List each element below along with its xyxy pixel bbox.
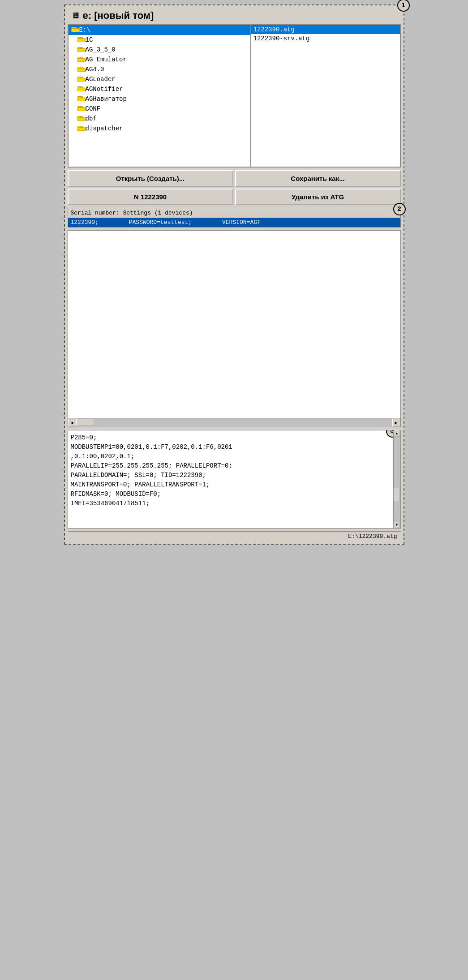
folder-label: dbf	[86, 115, 97, 122]
main-window: 🖥 e: [новый том] 1 E:\	[64, 4, 404, 545]
file-pane[interactable]: 1222390.atg 1222390-srv.atg	[251, 25, 400, 167]
svg-rect-22	[77, 98, 86, 101]
save-button[interactable]: Сохранить как...	[235, 170, 401, 187]
code-line: IMEI=353469041718511;	[71, 499, 389, 508]
folder-item[interactable]: AGLoader	[69, 74, 250, 84]
folder-item[interactable]: AG4.0	[69, 64, 250, 74]
file-label: 1222390.atg	[253, 26, 295, 33]
folder-label: AGНавигатор	[86, 95, 127, 103]
svg-rect-29	[81, 116, 82, 118]
folder-icon	[77, 65, 86, 73]
monitor-icon: 🖥	[71, 11, 79, 21]
file-item-selected[interactable]: 1222390.atg	[251, 25, 400, 34]
svg-rect-8	[81, 47, 82, 49]
serial-id: 1222390;	[71, 219, 99, 226]
folder-icon-root	[71, 26, 79, 34]
serial-row[interactable]: 1222390; PASSWORD=testtest; VERSION=AGT	[68, 218, 400, 227]
vscrollbar-track[interactable]	[394, 437, 400, 522]
folder-item[interactable]: dispatcher	[69, 124, 250, 133]
svg-rect-31	[77, 127, 86, 131]
serial-password: PASSWORD=testtest;	[129, 219, 192, 226]
svg-rect-20	[81, 87, 82, 88]
scrollbar-thumb[interactable]	[76, 419, 94, 426]
badge-1: 1	[397, 0, 410, 12]
folder-label-root: E:\	[79, 26, 90, 34]
folder-label: AG_Emulator	[86, 56, 127, 63]
scroll-up-button[interactable]: ▲	[394, 430, 400, 437]
badge-2: 2	[393, 203, 406, 215]
svg-rect-19	[77, 88, 86, 91]
vscrollbar-thumb[interactable]	[394, 488, 400, 501]
svg-rect-17	[81, 77, 82, 78]
folder-item[interactable]: AGНавигатор	[69, 94, 250, 104]
folder-label: AG4.0	[86, 66, 104, 73]
code-content: P285=0; MODBUSTEMP1=00,0201,0.1:F7,0202,…	[71, 433, 398, 508]
code-line: MODBUSTEMP1=00,0201,0.1:F7,0202,0.1:F6,0…	[71, 443, 389, 452]
status-bar: E:\1222390.atg	[68, 531, 401, 541]
scroll-right-button[interactable]: ▶	[392, 419, 400, 427]
code-line: PARALLELIP=255.255.255.255; PARALLELPORT…	[71, 461, 389, 471]
svg-rect-26	[81, 107, 82, 108]
folder-pane[interactable]: E:\ 1C	[69, 25, 251, 167]
file-item[interactable]: 1222390-srv.atg	[251, 34, 400, 43]
svg-rect-10	[77, 58, 86, 62]
scroll-left-button[interactable]: ◀	[68, 419, 76, 427]
svg-rect-13	[77, 68, 86, 72]
folder-icon	[77, 75, 86, 83]
serial-section: 2 Serial number: Settings (1 devices) 12…	[68, 208, 401, 228]
title-bar: 🖥 e: [новый том] 1	[68, 8, 401, 24]
folder-item[interactable]: CONF	[69, 104, 250, 114]
folder-item[interactable]: AG_3_5_0	[69, 45, 250, 55]
buttons-row-2: N 1222390 Удалить из ATG	[68, 189, 401, 205]
delete-button[interactable]: Удалить из ATG	[235, 189, 401, 205]
svg-rect-7	[77, 48, 86, 52]
folder-label: AGNotifier	[86, 86, 123, 93]
folder-item[interactable]: AG_Emulator	[69, 55, 250, 64]
code-line: RFIDMASK=0; MODBUSID=F0;	[71, 490, 389, 499]
status-text: E:\1222390.atg	[348, 533, 397, 540]
file-browser: E:\ 1C	[68, 24, 401, 168]
folder-label: 1C	[86, 36, 93, 43]
svg-rect-23	[81, 97, 82, 98]
svg-rect-11	[81, 57, 82, 59]
svg-rect-28	[77, 117, 86, 121]
svg-rect-2	[74, 27, 76, 29]
vertical-scrollbar[interactable]: ▲ ▼	[393, 430, 400, 528]
serial-version: VERSION=AGT	[222, 219, 261, 226]
folder-icon	[77, 46, 86, 54]
code-line: PARALLELDOMAIN=; SSL=0; TID=1222390;	[71, 471, 389, 480]
code-line: MAINTRANSPORT=0; PARALLELTRANSPORT=1;	[71, 480, 389, 490]
folder-item[interactable]: dbf	[69, 114, 250, 124]
folder-icon	[77, 105, 86, 113]
folder-label: AG_3_5_0	[86, 46, 116, 53]
buttons-section: Открыть (Создать)... Сохранить как... N …	[68, 170, 401, 205]
folder-item[interactable]: AGNotifier	[69, 84, 250, 94]
folder-label: AGLoader	[86, 76, 116, 83]
folder-label: dispatcher	[86, 125, 123, 132]
scroll-down-button[interactable]: ▼	[394, 522, 400, 528]
middle-area: ◀ ▶	[68, 230, 401, 427]
file-label: 1222390-srv.atg	[253, 35, 310, 42]
horizontal-scrollbar[interactable]: ◀ ▶	[68, 418, 400, 427]
code-line: P285=0;	[71, 433, 389, 443]
folder-item[interactable]: 1C	[69, 35, 250, 45]
svg-rect-1	[71, 28, 79, 32]
window-title: e: [новый том]	[83, 10, 154, 21]
open-button[interactable]: Открыть (Создать)...	[68, 170, 233, 187]
serial-header: Serial number: Settings (1 devices)	[68, 208, 400, 218]
folder-icon	[77, 95, 86, 103]
svg-rect-4	[77, 39, 86, 42]
folder-icon	[77, 115, 86, 123]
svg-rect-32	[81, 126, 82, 128]
folder-label: CONF	[86, 105, 101, 112]
buttons-row-1: Открыть (Создать)... Сохранить как...	[68, 170, 401, 187]
folder-icon	[77, 125, 86, 133]
svg-rect-5	[81, 38, 82, 39]
code-line: ,0.1:00,0202,0.1;	[71, 452, 389, 461]
number-button[interactable]: N 1222390	[68, 189, 233, 205]
folder-icon	[77, 85, 86, 93]
folder-item-root[interactable]: E:\	[69, 25, 250, 35]
scrollbar-track[interactable]	[76, 418, 392, 427]
folder-icon	[77, 36, 86, 44]
svg-rect-16	[77, 78, 86, 82]
